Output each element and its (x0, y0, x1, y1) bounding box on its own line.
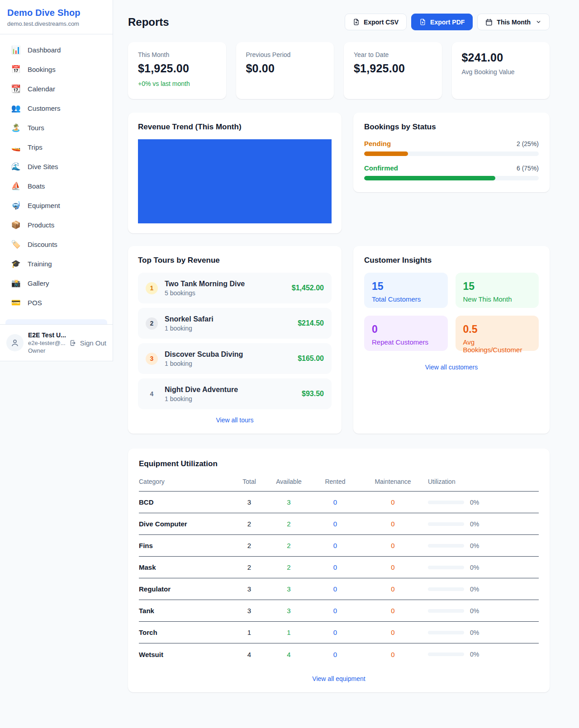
sidebar-item-trips[interactable]: 🚤 Trips (5, 137, 107, 157)
equipment-table-header: Category Total Available Rented Maintena… (139, 478, 539, 492)
equipment-category: BCD (139, 498, 233, 506)
sign-out-label: Sign Out (80, 339, 106, 347)
sidebar-user-footer: E2E Test U... e2e-tester@... Owner Sign … (0, 324, 113, 361)
stat-value: $241.00 (462, 51, 540, 64)
view-all-customers-link[interactable]: View all customers (364, 364, 539, 371)
equipment-rented: 0 (313, 629, 358, 636)
sidebar-item-discounts[interactable]: 🏷️ Discounts (5, 235, 107, 254)
nav-item-label: Training (28, 260, 52, 268)
sidebar-item-bookings[interactable]: 📅 Bookings (5, 60, 107, 79)
sidebar-item-products[interactable]: 📦 Products (5, 215, 107, 235)
equipment-maintenance: 0 (358, 607, 428, 615)
tour-row-night-dive-adventure: 4 Night Dive Adventure 1 booking $93.50 (138, 378, 332, 409)
equipment-available: 2 (265, 520, 313, 528)
status-label: Confirmed (364, 164, 398, 172)
tour-revenue: $1,452.00 (292, 284, 324, 292)
rank-badge: 3 (146, 353, 158, 365)
equipment-rented: 0 (313, 498, 358, 506)
equipment-category: Fins (139, 542, 233, 549)
tour-name: Discover Scuba Diving (165, 350, 291, 359)
stat-label: This Month (138, 51, 216, 58)
equipment-category: Wetsuit (139, 651, 233, 658)
equipment-table-body: BCD 3 3 0 0 0% Dive Computer 2 (139, 492, 539, 665)
stat-card-previous-period: Previous Period $0.00 (236, 42, 334, 99)
tour-row-two-tank-morning-dive: 1 Two Tank Morning Dive 5 bookings $1,45… (138, 273, 332, 303)
export-csv-button[interactable]: Export CSV (345, 14, 407, 30)
sidebar-item-dive-sites[interactable]: 🌊 Dive Sites (5, 157, 107, 176)
sidebar-item-gallery[interactable]: 📸 Gallery (5, 274, 107, 293)
status-progress-fill (364, 176, 495, 180)
utilization-bar-track (428, 501, 464, 504)
customer-insights-card: Customer Insights 15 Total Customers 15 … (353, 246, 550, 434)
tour-bookings: 1 booking (165, 395, 295, 402)
nav-item-label: Boats (28, 182, 45, 190)
stats-row: This Month $1,925.00 +0% vs last month P… (128, 42, 550, 99)
bookings-by-status-card: Bookings by Status Pending 2 (25%) (353, 113, 550, 192)
page-header: Reports Export CSV Export PDF This Month (128, 14, 550, 30)
utilization-percent: 0% (470, 520, 479, 528)
status-value: 2 (25%) (517, 140, 539, 147)
package-icon: 📦 (11, 221, 21, 229)
utilization-percent: 0% (470, 542, 479, 549)
insight-tiles: 15 Total Customers 15 New This Month 0 R… (364, 273, 539, 351)
nav-item-label: Discounts (28, 241, 57, 248)
sidebar-item-boats[interactable]: ⛵ Boats (5, 176, 107, 196)
equipment-total: 3 (233, 607, 265, 615)
equipment-category: Tank (139, 607, 233, 615)
stat-delta: +0% vs last month (138, 80, 216, 87)
equipment-category: Mask (139, 563, 233, 571)
shop-name: Demo Dive Shop (7, 8, 105, 18)
sidebar-item-dashboard[interactable]: 📊 Dashboard (5, 40, 107, 60)
nav-item-label: Customers (28, 104, 61, 112)
equipment-total: 1 (233, 629, 265, 636)
sidebar-item-pos[interactable]: 💳 POS (5, 293, 107, 312)
calendar-icon (485, 19, 493, 26)
utilization-bar-track (428, 544, 464, 548)
user-email: e2e-tester@... (28, 340, 65, 346)
tour-bookings: 1 booking (165, 325, 291, 332)
calendar-icon: 📅 (11, 66, 21, 73)
equipment-maintenance: 0 (358, 629, 428, 636)
equipment-utilization-title: Equipment Utilization (139, 459, 539, 468)
export-pdf-label: Export PDF (430, 19, 465, 26)
status-label: Pending (364, 140, 391, 147)
utilization-percent: 0% (470, 629, 479, 636)
sign-out-button[interactable]: Sign Out (69, 339, 106, 347)
utilization-percent: 0% (470, 586, 479, 593)
user-name: E2E Test U... (28, 331, 65, 339)
sidebar-item-customers[interactable]: 👥 Customers (5, 99, 107, 118)
export-pdf-button[interactable]: Export PDF (411, 14, 473, 30)
equipment-maintenance: 0 (358, 585, 428, 593)
rank-badge: 2 (146, 317, 158, 330)
stat-label: Previous Period (246, 51, 324, 58)
dive-mask-icon: 🤿 (11, 202, 21, 209)
equipment-available: 3 (265, 498, 313, 506)
status-list: Pending 2 (25%) Confirmed 6 (75%) (364, 140, 539, 180)
view-all-equipment-link[interactable]: View all equipment (139, 675, 539, 682)
utilization-bar-track (428, 522, 464, 526)
equipment-maintenance: 0 (358, 651, 428, 658)
insight-tile-total-customers: 15 Total Customers (364, 273, 448, 308)
status-progress-track (364, 151, 539, 156)
graduation-cap-icon: 🎓 (11, 260, 21, 268)
status-progress-fill (364, 151, 408, 156)
wave-icon: 🌊 (11, 163, 21, 170)
sidebar-item-calendar[interactable]: 📆 Calendar (5, 79, 107, 99)
sidebar-item-tours[interactable]: 🏝️ Tours (5, 118, 107, 137)
nav-item-label: Trips (28, 143, 43, 151)
utilization-bar-track (428, 631, 464, 634)
sidebar-item-reports[interactable] (5, 319, 107, 324)
equipment-row-bcd: BCD 3 3 0 0 0% (139, 492, 539, 513)
equipment-maintenance: 0 (358, 520, 428, 528)
sidebar-item-training[interactable]: 🎓 Training (5, 254, 107, 274)
tour-row-snorkel-safari: 2 Snorkel Safari 1 booking $214.50 (138, 308, 332, 339)
tour-bookings: 1 booking (165, 360, 291, 367)
top-tours-title: Top Tours by Revenue (138, 256, 332, 265)
period-dropdown[interactable]: This Month (477, 14, 550, 30)
utilization-percent: 0% (470, 499, 479, 506)
main-content: Reports Export CSV Export PDF This Month… (113, 0, 579, 692)
view-all-tours-link[interactable]: View all tours (138, 416, 332, 424)
equipment-category: Dive Computer (139, 520, 233, 528)
sidebar-item-equipment[interactable]: 🤿 Equipment (5, 196, 107, 215)
equipment-row-wetsuit: Wetsuit 4 4 0 0 0% (139, 643, 539, 665)
